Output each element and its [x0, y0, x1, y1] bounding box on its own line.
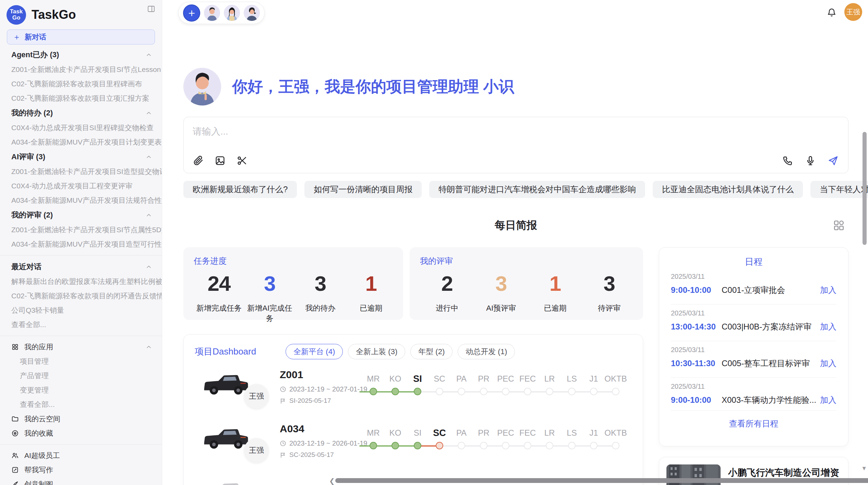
milestone-dot[interactable] [546, 388, 553, 395]
milestone-dot[interactable] [370, 388, 377, 395]
paperclip-icon[interactable] [193, 155, 204, 166]
sidebar-item-project-mgmt[interactable]: 项目管理 [0, 354, 162, 369]
milestone-dot[interactable] [480, 442, 487, 449]
project-row[interactable]: 王强 A034 2023-12-19 ~ 2026-01-19 SC-2025-… [184, 418, 643, 472]
layout-grid-icon[interactable] [833, 219, 845, 232]
stat: 24 新增完成任务 [194, 271, 244, 324]
scissors-icon[interactable] [237, 155, 248, 166]
suggestion-chip[interactable]: 比亚迪全固态电池计划具体说了什么 [653, 181, 803, 198]
vscrollbar-down-arrow[interactable]: ▼ [861, 465, 867, 472]
milestone-dot[interactable] [436, 388, 443, 395]
chevron-up-icon[interactable] [145, 212, 152, 219]
sidebar-item-view-all[interactable]: 查看全部... [0, 318, 162, 332]
microphone-icon[interactable] [805, 155, 816, 166]
send-icon[interactable] [828, 155, 839, 166]
my-review-card: 我的评审 2 进行中 3 AI预评审 1 [410, 247, 643, 320]
milestone-dot[interactable] [414, 442, 421, 449]
filter-pill[interactable]: 年型 (2) [410, 344, 453, 359]
join-link[interactable]: 加入 [820, 358, 836, 369]
phone-icon[interactable] [782, 155, 793, 166]
chevron-up-icon[interactable] [145, 51, 152, 58]
milestone-dot[interactable] [391, 388, 399, 395]
milestone-dot[interactable] [391, 442, 399, 449]
sidebar-item-view-all-apps[interactable]: 查看全部... [0, 397, 162, 412]
sidebar-item-change-mgmt[interactable]: 变更管理 [0, 383, 162, 397]
milestone-dot[interactable] [480, 388, 487, 395]
collapse-sidebar-icon[interactable] [147, 5, 155, 13]
join-link[interactable]: 加入 [820, 321, 836, 332]
milestone-dot[interactable] [436, 442, 443, 449]
view-all-schedule-link[interactable]: 查看所有日程 [671, 418, 836, 429]
milestone-dot[interactable] [502, 442, 509, 449]
sidebar-item-creative-draw[interactable]: 创意制图 [0, 477, 162, 485]
milestone-dot[interactable] [524, 388, 531, 395]
image-icon[interactable] [215, 155, 226, 166]
sidebar-item[interactable]: Z001-全新燃油轻卡产品开发项目SI节点属性5D文件评审 [0, 223, 162, 237]
milestone-dot[interactable] [414, 388, 421, 395]
group-my-todo[interactable]: 我的待办 (2) [0, 105, 162, 121]
project-row[interactable]: 王强 Z001 2023-12-19 ~ 2027-01-19 SI-2025-… [184, 364, 643, 418]
sidebar-item[interactable]: A034-全新新能源MUV产品开发项目计划变更表编写 [0, 135, 162, 149]
sidebar-item[interactable]: C0X4-动力总成开发项目工程变更评审 [0, 179, 162, 193]
group-recent-chats[interactable]: 最近对话 [0, 259, 162, 274]
sidebar-item[interactable]: C0X4-动力总成开发项目SI里程碑提交物检查 [0, 121, 162, 135]
suggestion-chip[interactable]: 特朗普可能对进口汽车增税会对中国车企造成哪些影响 [429, 181, 645, 198]
group-ai-review[interactable]: AI评审 (3) [0, 149, 162, 164]
sidebar-item-product-mgmt[interactable]: 产品管理 [0, 369, 162, 383]
chat-input[interactable]: 请输入... [183, 117, 848, 173]
chevron-up-icon[interactable] [145, 153, 152, 160]
sidebar-item-cloud-space[interactable]: 我的云空间 [0, 412, 162, 426]
chevron-up-icon[interactable] [145, 263, 152, 270]
hscrollbar-left-arrow[interactable]: ❮ [329, 477, 335, 485]
filter-pill[interactable]: 全新平台 (4) [286, 344, 343, 359]
suggestion-chip[interactable]: 当下年轻人对汽车外观有怎样的喜好趋势 [810, 181, 868, 198]
milestone-dot[interactable] [612, 388, 619, 395]
group-my-review[interactable]: 我的评审 (2) [0, 208, 162, 223]
vertical-scrollbar[interactable] [863, 132, 867, 245]
milestone-dot[interactable] [590, 442, 598, 449]
group-agent-done[interactable]: Agent已办 (3) [0, 47, 162, 62]
chevron-up-icon[interactable] [145, 110, 152, 116]
sidebar-item-my-apps[interactable]: 我的应用 [0, 340, 162, 354]
sidebar-item[interactable]: Z001-全新燃油皮卡产品开发项目SI节点Lesson Learn报告 [0, 62, 162, 77]
milestone-dot[interactable] [568, 388, 576, 395]
sidebar-item[interactable]: Z001-全新燃油轻卡产品开发项目SI造型提交物评审 [0, 164, 162, 179]
add-contact-button[interactable]: ＋ [183, 4, 200, 22]
milestone-dot[interactable] [370, 442, 377, 449]
join-link[interactable]: 加入 [820, 395, 836, 406]
project-code: A034 [280, 423, 304, 435]
chevron-up-icon[interactable] [145, 344, 152, 350]
horizontal-scrollbar[interactable] [335, 478, 868, 483]
milestone-dot[interactable] [502, 388, 509, 395]
milestone-dot[interactable] [524, 442, 531, 449]
sidebar-item-favorites[interactable]: 我的收藏 [0, 426, 162, 440]
card-title: 任务进度 [194, 256, 396, 266]
contact-avatar[interactable] [244, 5, 260, 21]
join-link[interactable]: 加入 [820, 285, 836, 296]
filter-pill[interactable]: 全新上装 (3) [348, 344, 405, 359]
sidebar-item[interactable]: 解释最新出台的欧盟报废车法规再生塑料比例被调至15%... [0, 274, 162, 289]
milestone-dot[interactable] [590, 388, 598, 395]
milestone-dot[interactable] [568, 442, 576, 449]
sidebar-item-help-write[interactable]: 帮我写作 [0, 463, 162, 477]
sidebar-item[interactable]: C02-飞腾新能源轻客改款项目立项汇报方案 [0, 91, 162, 105]
milestone-dot[interactable] [458, 442, 465, 449]
sidebar-item[interactable]: 公司Q3轻卡销量 [0, 303, 162, 318]
filter-pill[interactable]: 动总开发 (1) [458, 344, 515, 359]
contact-avatar[interactable] [204, 5, 220, 21]
sidebar-item[interactable]: C02-飞腾新能源轻客改款项目里程碑画布 [0, 77, 162, 91]
sidebar-item[interactable]: C02-飞腾新能源轻客改款项目的闭环通告反馈情况 [0, 289, 162, 303]
new-chat-button[interactable]: ＋ 新对话 [7, 29, 155, 45]
user-avatar[interactable]: 王强 [844, 3, 862, 21]
milestone-dot[interactable] [546, 442, 553, 449]
milestone-dot[interactable] [458, 388, 465, 395]
contact-avatar[interactable] [224, 5, 240, 21]
suggestion-chip[interactable]: 如何写一份清晰的项目周报 [304, 181, 422, 198]
clock-icon [280, 440, 286, 447]
suggestion-chip[interactable]: 欧洲新规最近颁布了什么? [183, 181, 297, 198]
sidebar-item-ai-staff[interactable]: AI超级员工 [0, 448, 162, 463]
sidebar-item[interactable]: A034-全新新能源MUV产品开发项目法规符合性评审 [0, 193, 162, 208]
sidebar-item[interactable]: A034-全新新能源MUV产品开发项目造型可行性评审 [0, 237, 162, 251]
milestone-dot[interactable] [612, 442, 619, 449]
notification-bell-icon[interactable] [827, 8, 836, 17]
